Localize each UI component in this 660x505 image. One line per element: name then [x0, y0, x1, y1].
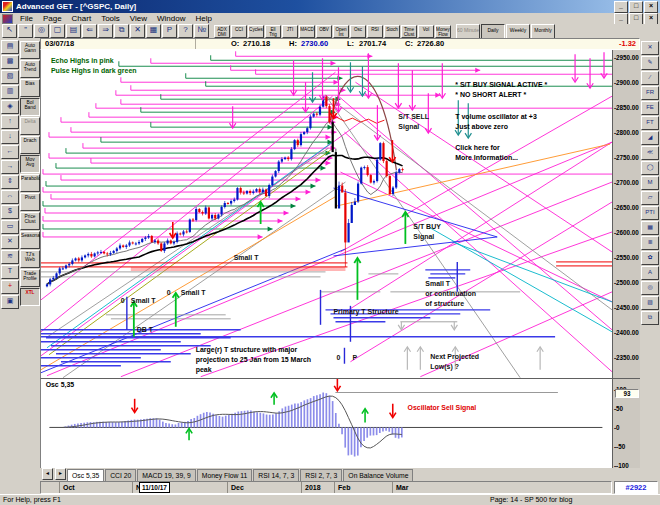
study-button-jti[interactable]: JTI — [282, 25, 298, 38]
trend-line-icon[interactable]: ∕ — [641, 71, 659, 85]
price-axis[interactable]: -2950.00-2900.00-2850.00-2800.00-2750.00… — [612, 50, 640, 378]
tab-osc-5-35[interactable]: Osc 5,35 — [67, 469, 104, 481]
text-tool-icon[interactable]: A — [641, 266, 659, 280]
menu-page[interactable]: Page — [38, 14, 67, 23]
elliott-arrows-icon[interactable]: ≪ — [641, 146, 659, 160]
magnifier-icon[interactable]: ◎ — [641, 281, 659, 295]
delete-lines-icon[interactable]: ✕ — [1, 235, 19, 249]
refresh-icon[interactable]: ✿ — [641, 251, 659, 265]
scroll-down-icon[interactable]: ↓ — [1, 130, 19, 144]
tab-money-flow-11[interactable]: Money Flow 11 — [197, 469, 253, 481]
date-cursor-box[interactable]: 11/10/17 — [139, 482, 170, 493]
mob-icon[interactable]: M — [641, 176, 659, 190]
study-xtl[interactable]: XTL — [20, 288, 40, 306]
oscillator-chart[interactable]: Osc 5,35Oscillator Sell Signal — [41, 379, 612, 468]
tab-cci-20[interactable]: CCI 20 — [105, 469, 136, 481]
rainbow-lines-icon[interactable]: ≣ — [641, 236, 659, 250]
period-button-daily[interactable]: Daily — [481, 24, 505, 39]
study-seasonals[interactable]: Seasonals — [20, 231, 40, 249]
scroll-right-icon[interactable]: → — [1, 160, 19, 174]
child-window-icon[interactable] — [2, 14, 13, 24]
eraser-icon[interactable]: ▣ — [1, 295, 19, 309]
study-mov-avg[interactable]: Mov Avg — [20, 155, 40, 173]
study-button-open-int[interactable]: Open Int — [333, 25, 349, 38]
study-button-cci[interactable]: CCI — [231, 25, 247, 38]
minimize-button[interactable]: _ — [614, 1, 628, 13]
context-help-icon[interactable]: № — [194, 24, 209, 38]
gann-fan-icon[interactable]: ◢ — [641, 131, 659, 145]
study-tj-s-web[interactable]: TJ's Web — [20, 250, 40, 268]
pencil-icon[interactable]: ✎ — [641, 56, 659, 70]
copy-page-icon[interactable]: ⧉ — [114, 24, 129, 38]
study-price-clust[interactable]: Price Clust — [20, 212, 40, 230]
ellipse-tool-icon[interactable]: ◯ — [641, 161, 659, 175]
study-trade-profile[interactable]: Trade Profile — [20, 269, 40, 287]
quote-icon[interactable]: ” — [18, 24, 33, 38]
page-setup-icon[interactable]: ▤ — [1, 40, 19, 54]
child-close-button[interactable]: × — [644, 13, 658, 25]
oscillator-axis[interactable]: -10093-50-0--50--100 — [612, 378, 640, 468]
next-page-icon[interactable]: ⇒ — [98, 24, 113, 38]
child-restore-button[interactable]: □ — [629, 13, 643, 25]
zoom-icon[interactable]: ◎ — [34, 24, 49, 38]
zoom-vertical-icon[interactable]: ⇕ — [1, 175, 19, 189]
prev-page-icon[interactable]: ⇐ — [82, 24, 97, 38]
tab-macd-19-39-9[interactable]: MACD 19, 39, 9 — [137, 469, 195, 481]
study-bias[interactable]: Bias — [20, 79, 40, 97]
pointer-icon[interactable]: ↖ — [2, 24, 17, 38]
tab-rsi-2-7-3[interactable]: RSI 2, 7, 3 — [300, 469, 342, 481]
paint-icon[interactable]: ▨ — [641, 296, 659, 310]
study-button-ell-trig[interactable]: Ell Trig — [265, 25, 281, 38]
study-button-rsi[interactable]: RSI — [367, 25, 383, 38]
menu-help[interactable]: Help — [190, 14, 216, 23]
menu-chart[interactable]: Chart — [67, 14, 97, 23]
tab-rsi-14-7-3[interactable]: RSI 14, 7, 3 — [253, 469, 299, 481]
child-minimize-button[interactable]: _ — [614, 13, 628, 25]
fib-retracement-icon[interactable]: FR — [641, 86, 659, 100]
price-scale-icon[interactable]: $ — [1, 205, 19, 219]
study-button-stoch[interactable]: Stoch — [384, 25, 400, 38]
print-icon[interactable]: P — [162, 24, 177, 38]
title-bar[interactable]: Advanced GET - [^GSPC, Daily] _ □ × — [0, 0, 660, 13]
period-button-60-minute[interactable]: 60 Minute — [456, 24, 480, 39]
close-button[interactable]: × — [644, 1, 658, 13]
study-button-money-flow[interactable]: Money Flow — [435, 25, 451, 38]
study-parabolic[interactable]: Parabolic — [20, 174, 40, 192]
period-button-weekly[interactable]: Weekly — [506, 24, 530, 39]
study-auto-trend[interactable]: Auto Trend — [20, 60, 40, 78]
time-ratio-icon[interactable]: T — [1, 265, 19, 279]
study-button-cycles[interactable]: Cycles — [248, 25, 264, 38]
study-button-macd[interactable]: MACD — [299, 25, 315, 38]
fib-time-icon[interactable]: FT — [641, 116, 659, 130]
crosshair-icon[interactable]: + — [1, 280, 19, 294]
elliott-waves-icon[interactable]: ≋ — [1, 250, 19, 264]
scroll-up-icon[interactable]: ↑ — [1, 115, 19, 129]
tab-on-balance-volume[interactable]: On Balance Volume — [343, 469, 413, 481]
maximize-button[interactable]: □ — [629, 1, 643, 13]
tile-pages-icon[interactable]: ▦ — [146, 24, 161, 38]
menu-file[interactable]: File — [15, 14, 38, 23]
regression-channel-icon[interactable]: ▱ — [641, 191, 659, 205]
study-button-vol[interactable]: Vol — [418, 25, 434, 38]
new-page-icon[interactable]: ▢ — [50, 24, 65, 38]
study-pivot[interactable]: Pivot — [20, 193, 40, 211]
study-auto-gann[interactable]: Auto Gann — [20, 41, 40, 59]
period-button-monthly[interactable]: Monthly — [531, 24, 555, 39]
study-button-osc[interactable]: Osc — [350, 25, 366, 38]
grid-icon[interactable]: ▦ — [641, 221, 659, 235]
price-chart[interactable]: Echo Highs in pinkPulse Highs in dark gr… — [41, 50, 612, 378]
study-list-icon[interactable]: ▥ — [1, 85, 19, 99]
copy-chart-icon[interactable]: ⧉ — [641, 311, 659, 325]
help-icon[interactable]: ? — [178, 24, 193, 38]
tab-scroll-right[interactable]: ► — [55, 468, 66, 480]
zoom-horizontal-icon[interactable]: ⇔ — [1, 190, 19, 204]
pti-icon[interactable]: PTI — [641, 206, 659, 220]
study-button-adx-dmi[interactable]: ADX DMI — [214, 25, 230, 38]
delete-page-icon[interactable]: ✕ — [130, 24, 145, 38]
study-button-time-clust[interactable]: Time Clust — [401, 25, 417, 38]
quick-select-icon[interactable]: ▧ — [1, 70, 19, 84]
chart-style-icon[interactable]: ▩ — [1, 55, 19, 69]
study-delta[interactable]: Delta — [20, 117, 40, 135]
menu-view[interactable]: View — [125, 14, 152, 23]
menu-window[interactable]: Window — [152, 14, 190, 23]
